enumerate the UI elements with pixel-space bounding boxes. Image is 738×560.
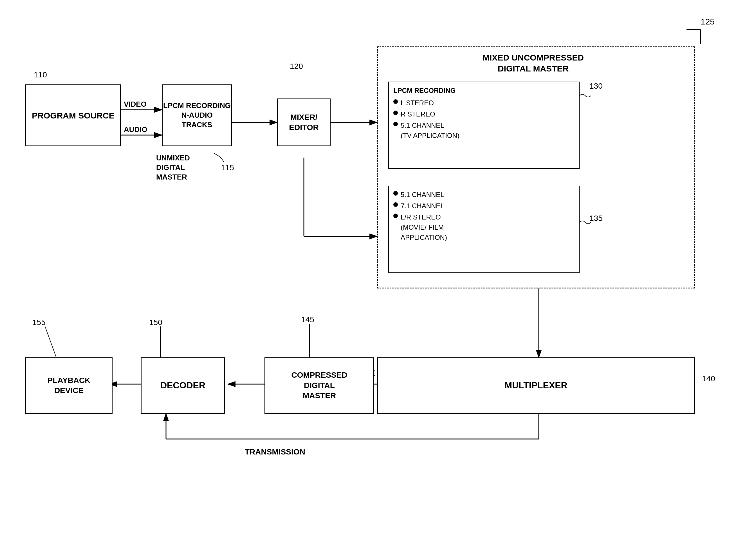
bullet-5-1-tv: 5.1 CHANNEL(TV APPLICATION)	[393, 120, 459, 141]
lpcm-recording-label: LPCM RECORDING N-AUDIO TRACKS	[163, 101, 231, 129]
diagram-container: 125 110 PROGRAM SOURCE VIDEO AUDIO 120 L…	[0, 0, 738, 560]
audio-label: AUDIO	[124, 125, 147, 134]
compressed-digital-master-box: COMPRESSED DIGITAL MASTER	[265, 357, 374, 414]
ref-130: 130	[590, 82, 603, 91]
ref-110: 110	[34, 70, 47, 79]
program-source-label: PROGRAM SOURCE	[32, 110, 114, 121]
program-source-box: PROGRAM SOURCE	[25, 84, 121, 146]
playback-device-label: PLAYBACK DEVICE	[48, 375, 91, 396]
bullet-7-1: 7.1 CHANNEL	[393, 201, 444, 211]
ref-115: 115	[221, 163, 234, 172]
bullet-l-stereo: L STEREO	[393, 98, 434, 108]
bullet-lr-stereo: L/R STEREO(MOVIE/ FILMAPPLICATION)	[393, 212, 447, 243]
multiplexer-label: MULTIPLEXER	[504, 379, 567, 391]
decoder-label: DECODER	[160, 379, 206, 391]
ref-125: 125	[701, 17, 715, 26]
video-label: VIDEO	[124, 100, 146, 108]
ref-145: 145	[301, 315, 314, 324]
lpcm-inner-box: LPCM RECORDING L STEREO R STEREO 5.1 CHA…	[388, 82, 580, 169]
film-inner-box: 5.1 CHANNEL 7.1 CHANNEL L/R STEREO(MOVIE…	[388, 186, 580, 273]
ref-140: 140	[702, 374, 715, 383]
bullet-5-1-film: 5.1 CHANNEL	[393, 190, 444, 200]
transmission-label: TRANSMISSION	[245, 448, 305, 457]
ref-135: 135	[590, 214, 603, 223]
playback-device-box: PLAYBACK DEVICE	[25, 357, 112, 414]
mixer-editor-label: MIXER/ EDITOR	[289, 112, 319, 133]
lpcm-inner-title: LPCM RECORDING	[393, 85, 455, 96]
multiplexer-box: MULTIPLEXER	[377, 357, 695, 414]
ref-150: 150	[149, 318, 162, 327]
compressed-digital-master-label: COMPRESSED DIGITAL MASTER	[291, 370, 347, 401]
mixer-editor-box: MIXER/ EDITOR	[277, 98, 331, 146]
lpcm-recording-box: LPCM RECORDING N-AUDIO TRACKS	[162, 84, 232, 146]
ref-120: 120	[290, 62, 303, 71]
ref-155: 155	[32, 318, 46, 327]
svg-line-19	[45, 326, 56, 357]
decoder-box: DECODER	[141, 357, 225, 414]
mixed-uncompressed-title: MIXED UNCOMPRESSEDDIGITAL MASTER	[428, 52, 639, 74]
bullet-r-stereo: R STEREO	[393, 109, 435, 119]
